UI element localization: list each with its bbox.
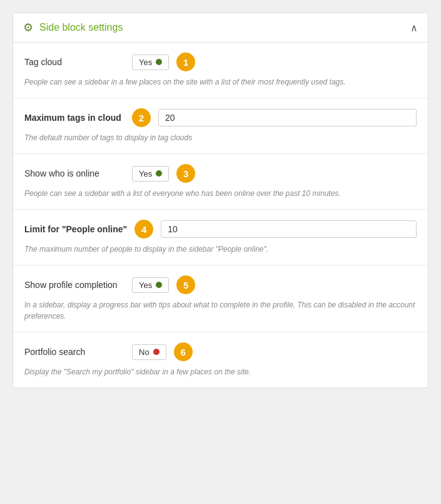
toggle-button-profile-completion[interactable]: Yes <box>132 277 169 293</box>
panel-header: ⚙ Side block settings ∧ <box>13 13 428 43</box>
chevron-up-icon[interactable]: ∧ <box>410 22 418 34</box>
panel-header-left: ⚙ Side block settings <box>23 21 123 34</box>
setting-row-show-online: Show who is online Yes 3 People can see … <box>13 154 428 210</box>
setting-description-show-online: People can see a sidebar with a list of … <box>24 188 417 199</box>
setting-description-portfolio-search: Display the "Search my portfolio" sideba… <box>24 366 417 378</box>
toggle-value-show-online: Yes <box>139 169 152 178</box>
setting-description-people-online-limit: The maximum number of people to display … <box>24 244 417 255</box>
gear-icon: ⚙ <box>23 21 33 34</box>
toggle-value-portfolio-search: No <box>139 347 150 357</box>
setting-label-portfolio-search: Portfolio search <box>24 347 124 357</box>
setting-label-show-online: Show who is online <box>24 168 124 178</box>
setting-label-tag-cloud: Tag cloud <box>24 57 124 67</box>
badge-show-online: 3 <box>176 164 195 183</box>
toggle-button-tag-cloud[interactable]: Yes <box>132 54 169 70</box>
setting-label-profile-completion: Show profile completion <box>24 280 124 290</box>
setting-main-max-tags: Maximum tags in cloud 2 <box>24 108 417 127</box>
setting-description-tag-cloud: People can see a sidebar in a few places… <box>24 76 417 88</box>
toggle-value-profile-completion: Yes <box>139 280 152 290</box>
setting-row-people-online-limit: Limit for "People online" 4 The maximum … <box>13 210 428 265</box>
side-block-settings-panel: ⚙ Side block settings ∧ Tag cloud Yes 1 … <box>13 13 428 388</box>
setting-row-max-tags: Maximum tags in cloud 2 The default numb… <box>13 98 428 154</box>
setting-main-people-online-limit: Limit for "People online" 4 <box>24 220 417 239</box>
toggle-button-portfolio-search[interactable]: No <box>132 344 166 360</box>
setting-description-max-tags: The default number of tags to display in… <box>24 132 417 143</box>
panel-body: Tag cloud Yes 1 People can see a sidebar… <box>13 43 428 388</box>
setting-main-tag-cloud: Tag cloud Yes 1 <box>24 53 417 71</box>
setting-description-profile-completion: In a sidebar, display a progress bar wit… <box>24 299 417 322</box>
panel-title: Side block settings <box>39 22 123 33</box>
toggle-dot-tag-cloud <box>156 59 162 65</box>
badge-max-tags: 2 <box>132 108 151 127</box>
badge-tag-cloud: 1 <box>176 53 195 71</box>
setting-main-profile-completion: Show profile completion Yes 5 <box>24 275 417 294</box>
number-input-people-online-limit[interactable] <box>161 220 417 238</box>
toggle-value-tag-cloud: Yes <box>139 58 152 67</box>
setting-main-portfolio-search: Portfolio search No 6 <box>24 342 417 361</box>
toggle-dot-profile-completion <box>156 282 162 288</box>
setting-main-show-online: Show who is online Yes 3 <box>24 164 417 183</box>
badge-people-online-limit: 4 <box>134 220 153 239</box>
badge-profile-completion: 5 <box>176 275 195 294</box>
toggle-dot-portfolio-search <box>153 349 160 355</box>
setting-row-profile-completion: Show profile completion Yes 5 In a sideb… <box>13 265 428 332</box>
setting-label-max-tags: Maximum tags in cloud <box>24 113 124 123</box>
badge-portfolio-search: 6 <box>174 342 193 361</box>
toggle-dot-show-online <box>156 170 162 177</box>
setting-row-portfolio-search: Portfolio search No 6 Display the "Searc… <box>13 332 428 388</box>
setting-row-tag-cloud: Tag cloud Yes 1 People can see a sidebar… <box>13 43 428 98</box>
setting-label-people-online-limit: Limit for "People online" <box>24 224 127 234</box>
number-input-max-tags[interactable] <box>158 109 417 126</box>
toggle-button-show-online[interactable]: Yes <box>132 166 169 182</box>
